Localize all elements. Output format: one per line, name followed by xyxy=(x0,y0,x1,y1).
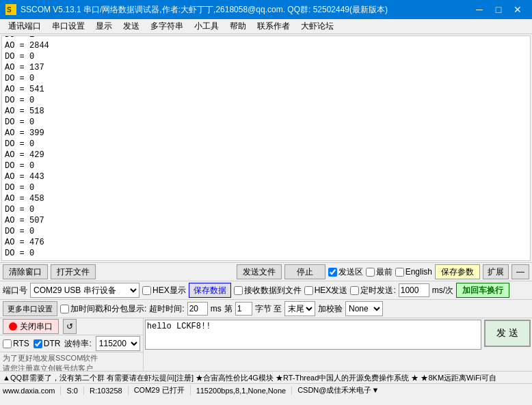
rts-checkbox[interactable] xyxy=(3,339,12,348)
timeout-input[interactable] xyxy=(187,302,208,316)
menu-item-多字符串[interactable]: 多字符串 xyxy=(145,19,189,33)
title-bar-controls: ─ □ ✕ xyxy=(470,3,527,16)
website-status: www.daxia.com xyxy=(3,387,61,395)
send-area-checkbox[interactable] xyxy=(328,268,337,277)
menu-item-小工具[interactable]: 小工具 xyxy=(189,19,224,33)
checksum-select[interactable]: None xyxy=(345,301,383,316)
byte-from-label: 第 xyxy=(224,303,232,315)
add-timestamp-checkbox[interactable] xyxy=(60,305,69,313)
stop-button[interactable]: 停止 xyxy=(284,264,325,279)
english-checkbox[interactable] xyxy=(395,268,404,277)
add-return-button[interactable]: 加回车换行 xyxy=(456,283,509,298)
english-checkbox-label[interactable]: English xyxy=(395,267,432,277)
ticker: ▲QQ群需要了，没有第二个群 有需要请在虾坛提问[注册] ★合宙高性价比4G模块… xyxy=(0,371,532,383)
collect-file-text: 接收数据到文件 xyxy=(244,285,302,296)
sponsor-line2: 请您注册嘉立创账号结客户 xyxy=(3,363,140,371)
red-indicator xyxy=(9,322,17,331)
rts-label[interactable]: RTS xyxy=(3,339,29,348)
expand-button[interactable]: 扩展 xyxy=(483,264,509,279)
timed-unit-label: ms/次 xyxy=(432,285,453,296)
clear-window-button[interactable]: 清除窗口 xyxy=(3,264,48,279)
english-label: English xyxy=(405,267,432,277)
latest-label: 最前 xyxy=(376,266,393,278)
byte-from-input[interactable] xyxy=(235,302,252,316)
port-label: 端口号 xyxy=(3,285,27,296)
send-row: 发 送 xyxy=(144,318,532,371)
minimize-button[interactable]: ─ xyxy=(470,3,488,16)
bottom-section: 关闭串口 ↺ RTS DTR 波特率: 115200 为了更好地发展SSCOM软… xyxy=(0,318,532,371)
refresh-button[interactable]: ↺ xyxy=(63,319,77,334)
hex-send-checkbox[interactable] xyxy=(304,286,313,295)
app-icon: S xyxy=(5,4,16,15)
menu-item-显示[interactable]: 显示 xyxy=(90,19,118,33)
timed-send-text: 定时发送: xyxy=(360,285,395,296)
latest-checkbox-label[interactable]: 最前 xyxy=(366,266,393,278)
timeout-unit: ms xyxy=(211,304,222,313)
baud-select[interactable]: 115200 xyxy=(96,336,140,351)
input-section: 发 送 xyxy=(144,318,532,371)
menu-item-串口设置[interactable]: 串口设置 xyxy=(46,19,90,33)
log-line: DO = 0 xyxy=(5,139,527,150)
log-line: DO = 0 xyxy=(5,51,527,62)
title-bar: S SSCOM V5.13.1 串口/网络数据调试器,作者:大虾丁丁,26180… xyxy=(0,0,532,19)
toolbar-row-3: 更多串口设置 加时间戳和分包显示: 超时时间: ms 第 字节 至 末尾 加校验… xyxy=(0,299,532,318)
close-port-button[interactable]: 关闭串口 xyxy=(3,319,59,334)
byte-to-select[interactable]: 末尾 xyxy=(284,301,315,316)
dtr-text: DTR xyxy=(44,339,61,348)
hex-display-label[interactable]: HEX显示 xyxy=(142,285,186,296)
menu-item-通讯端口[interactable]: 通讯端口 xyxy=(3,19,46,33)
maximize-button[interactable]: □ xyxy=(490,3,507,16)
timed-value-input[interactable] xyxy=(399,283,429,297)
send-input[interactable] xyxy=(145,320,481,350)
collapse-button[interactable]: — xyxy=(511,264,529,279)
toolbar-row-2: 端口号 COM29 USB 串行设备 HEX显示 保存数据 接收数据到文件 HE… xyxy=(0,281,532,299)
log-line: DO = 0 xyxy=(5,248,527,259)
save-data-button[interactable]: 保存数据 xyxy=(189,283,231,298)
dtr-label[interactable]: DTR xyxy=(34,339,61,348)
log-line: DO = 0 xyxy=(5,160,527,171)
log-line: DO = 0 xyxy=(5,117,527,128)
log-line: AO = 541 xyxy=(5,84,527,95)
byte-label: 字节 至 xyxy=(255,303,282,315)
toolbar-row-1: 清除窗口 打开文件 发送文件 停止 发送区 最前 English 保存参数 扩展… xyxy=(0,262,532,281)
timeout-label: 超时时间: xyxy=(149,303,184,315)
add-timestamp-label[interactable]: 加时间戳和分包显示: xyxy=(60,303,146,315)
log-line: DO = 0 xyxy=(5,182,527,193)
latest-checkbox[interactable] xyxy=(366,268,375,277)
menu-item-大虾论坛[interactable]: 大虾论坛 xyxy=(295,19,339,33)
add-timestamp-text: 加时间戳和分包显示: xyxy=(70,303,146,315)
log-line: AO = 2844 xyxy=(5,40,527,51)
log-line: DO = 0 xyxy=(5,226,527,237)
ticker-text: ▲QQ群需要了，没有第二个群 有需要请在虾坛提问[注册] ★合宙高性价比4G模块… xyxy=(3,374,496,382)
send-file-button[interactable]: 发送文件 xyxy=(237,264,282,279)
menu-item-发送[interactable]: 发送 xyxy=(118,19,145,33)
menu-bar: 通讯端口串口设置显示发送多字符串小工具帮助联系作者大虾论坛 xyxy=(0,19,532,34)
menu-item-联系作者[interactable]: 联系作者 xyxy=(252,19,295,33)
close-port-row: 关闭串口 ↺ xyxy=(0,318,143,335)
send-area-checkbox-label[interactable]: 发送区 xyxy=(328,266,363,278)
com-status: COM29 已打开 xyxy=(134,385,191,395)
close-port-label: 关闭串口 xyxy=(20,321,53,333)
status-bar: www.daxia.com S:0 R:103258 COM29 已打开 115… xyxy=(0,383,532,397)
timed-send-label[interactable]: 定时发送: xyxy=(350,285,395,296)
timed-send-checkbox[interactable] xyxy=(350,286,359,295)
open-file-button[interactable]: 打开文件 xyxy=(51,264,96,279)
hex-display-checkbox[interactable] xyxy=(142,286,151,295)
rts-dtr-row: RTS DTR 波特率: 115200 xyxy=(0,335,143,352)
log-line: DO = 1 xyxy=(5,36,527,40)
collect-file-label[interactable]: 接收数据到文件 xyxy=(234,285,302,296)
collect-file-checkbox[interactable] xyxy=(234,286,243,295)
send-button[interactable]: 发 送 xyxy=(484,320,531,347)
csdn-status: CSDN@成佳禾米电子▼ xyxy=(297,385,379,395)
sponsor-area: 为了更好地发展SSCOM软件 请您注册嘉立创账号结客户 xyxy=(0,352,143,371)
dtr-checkbox[interactable] xyxy=(34,339,42,348)
log-output: AO = 2816DO = 0AO = 2848DO = 1AO = 2846D… xyxy=(1,36,531,261)
log-line: DO = 0 xyxy=(5,73,527,84)
more-ports-button[interactable]: 更多串口设置 xyxy=(3,301,57,316)
menu-item-帮助[interactable]: 帮助 xyxy=(224,19,252,33)
close-button[interactable]: ✕ xyxy=(509,3,527,16)
title-text: SSCOM V5.13.1 串口/网络数据调试器,作者:大虾丁丁,2618058… xyxy=(21,4,388,16)
hex-send-label[interactable]: HEX发送 xyxy=(304,285,348,296)
save-params-button[interactable]: 保存参数 xyxy=(435,264,480,279)
port-select[interactable]: COM29 USB 串行设备 xyxy=(30,283,139,298)
